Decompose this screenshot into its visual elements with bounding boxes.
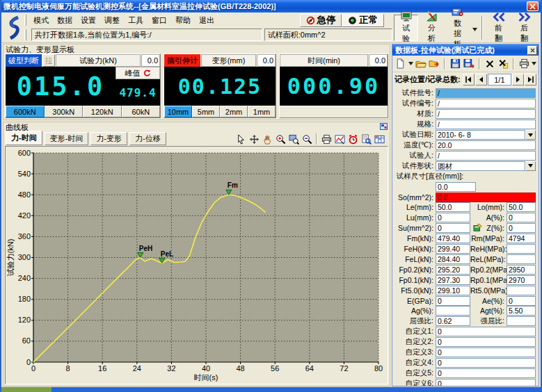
zoom-in-button[interactable] [274,133,287,145]
field-input[interactable]: 0.0 [436,182,476,192]
field-input[interactable]: 0 [436,348,536,357]
field-input[interactable]: / [436,88,536,98]
emergency-stop-button[interactable]: 急停 [300,14,342,27]
data-panel-close-button[interactable] [527,46,537,55]
peak-button[interactable]: 峰值 [115,67,160,79]
dropdown-button[interactable] [525,130,536,140]
databoard-button[interactable]: 数据板 [445,15,470,41]
data-table-button[interactable] [373,133,385,145]
field-input[interactable]: 0 [507,296,536,306]
new-doc-button[interactable] [394,57,407,71]
field-input[interactable]: 5.50 [507,306,536,316]
page-prev-button[interactable]: 前翻 [486,15,511,41]
cursor-button[interactable] [234,133,247,145]
menu-item-3[interactable]: 设置 [77,15,100,26]
break-detect-button[interactable]: 破型判断 [6,54,42,67]
nav-prev-button[interactable] [475,74,487,85]
field-input[interactable]: 0 [507,213,536,222]
field-input[interactable] [507,286,536,295]
search-data-button[interactable] [360,133,372,145]
databoard-dropdown-icon[interactable] [471,15,478,41]
tension-button[interactable]: 拉 [42,54,55,67]
field-input[interactable]: 0 [436,296,470,306]
field-input[interactable]: 4794 [507,234,536,243]
test-button[interactable]: 试验 [394,15,418,41]
menu-item-4[interactable]: 调整 [100,15,124,26]
range-button-5mm[interactable]: 5mm [192,106,220,117]
save-as-button[interactable] [463,57,475,71]
field-input[interactable]: 50.0 [507,202,536,212]
timer-button[interactable] [346,133,359,145]
range-button-1mm[interactable]: 1mm [248,106,276,117]
nav-first-button[interactable] [463,74,475,85]
range-button-300kN[interactable]: 300kN [45,106,83,117]
hand-button[interactable] [261,133,273,145]
field-input[interactable]: / [436,109,536,119]
field-input[interactable] [507,316,536,326]
range-button-60kN[interactable]: 60kN [122,106,161,117]
field-input[interactable]: 479.40 [436,234,470,243]
field-input[interactable]: 2950 [507,265,536,275]
extensometer-button[interactable]: 摘引伸计 [164,54,200,67]
field-input[interactable]: 20.0 [436,140,536,150]
print-button[interactable] [320,133,333,145]
dropdown-icon[interactable] [532,62,536,65]
panel-corner-icon[interactable] [380,123,388,131]
tab-力-位移[interactable]: 力-位移 [129,132,166,145]
field-input[interactable]: 0 [436,327,536,336]
delete-batch-button[interactable] [497,57,510,71]
normal-status-button[interactable]: 正常 [342,14,384,27]
field-input[interactable]: 0 [436,223,470,233]
save-button[interactable] [449,57,461,71]
field-input[interactable]: 299.40 [436,244,470,254]
open-folder-button[interactable] [415,57,427,71]
dropdown-icon[interactable] [408,62,413,65]
tab-力-变形[interactable]: 力-变形 [90,132,127,145]
menu-item-5[interactable]: 工具 [124,15,148,26]
range-button-600kN[interactable]: 600kN [6,106,45,117]
export-data-button[interactable] [429,57,441,71]
field-input[interactable]: 299.10 [436,286,470,295]
field-input[interactable]: 0 [507,223,536,233]
field-input[interactable] [507,244,536,254]
field-input[interactable]: 2970 [507,275,536,285]
peak-reset-icon[interactable] [143,69,151,77]
range-button-10mm[interactable]: 10mm [164,106,192,117]
tab-变形-时间[interactable]: 变形-时间 [45,132,89,145]
range-button-120kN[interactable]: 120kN [83,106,122,117]
range-button-2mm[interactable]: 2mm [220,106,248,117]
field-input[interactable]: 0 [436,337,536,347]
field-input[interactable]: 284.40 [436,254,470,264]
analysis-button[interactable]: 分析 [420,15,444,41]
dropdown-button[interactable] [525,161,536,171]
menu-item-7[interactable]: 帮助 [171,15,195,26]
pan-button[interactable] [248,133,260,145]
delete-x-button[interactable] [484,57,496,71]
menu-item-6[interactable]: 窗口 [148,15,171,26]
field-input[interactable] [436,306,470,316]
menu-item-1[interactable]: 模式 [29,15,53,26]
field-input[interactable]: 0.62 [436,316,470,326]
field-input[interactable]: 圆材 [436,161,525,171]
field-input[interactable]: 295.20 [436,265,470,275]
field-input[interactable]: 0 [436,379,536,386]
field-input[interactable]: 297.30 [436,275,470,285]
field-input[interactable] [507,254,536,264]
zoom-out-button[interactable] [301,133,313,145]
field-input[interactable]: 0.0 [436,193,536,202]
field-input[interactable]: / [436,99,536,108]
field-input[interactable]: / [436,120,536,129]
page-next-button[interactable]: 后翻 [512,15,536,41]
menu-item-8[interactable]: 退出 [195,15,218,26]
field-input[interactable]: 2010- 6- 8 [436,130,525,140]
calc-tool-icon[interactable] [473,223,483,232]
field-input[interactable]: 0 [436,213,470,222]
tab-力-时间[interactable]: 力-时间 [6,131,42,145]
field-input[interactable]: 0 [436,358,536,368]
field-input[interactable]: 0 [436,368,536,378]
zoom-window-button[interactable] [287,133,300,145]
window-close-button[interactable] [527,1,539,11]
curve-edit-button[interactable] [333,133,346,145]
field-input[interactable]: 50.0 [436,202,470,212]
field-input[interactable]: / [436,151,536,161]
